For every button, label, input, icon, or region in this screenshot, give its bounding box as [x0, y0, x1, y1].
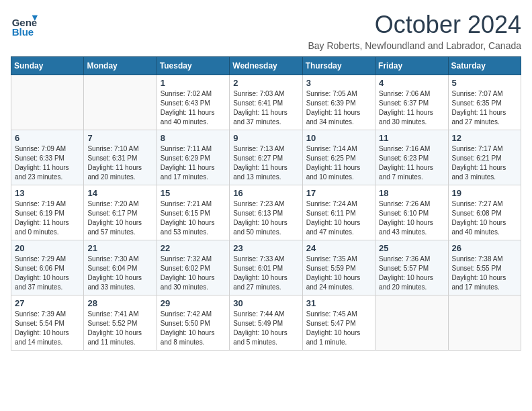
day-info: Sunrise: 7:06 AM Sunset: 6:37 PM Dayligh… — [379, 89, 444, 127]
column-header-sunday: Sunday — [11, 57, 84, 75]
calendar-cell: 22Sunrise: 7:32 AM Sunset: 6:02 PM Dayli… — [157, 240, 229, 295]
calendar-cell: 9Sunrise: 7:13 AM Sunset: 6:27 PM Daylig… — [230, 130, 302, 185]
calendar-cell — [375, 295, 448, 351]
calendar-cell: 23Sunrise: 7:33 AM Sunset: 6:01 PM Dayli… — [230, 240, 302, 295]
day-number: 26 — [452, 243, 517, 253]
day-info: Sunrise: 7:35 AM Sunset: 5:59 PM Dayligh… — [306, 255, 371, 292]
svg-text:Blue: Blue — [12, 26, 34, 38]
day-number: 4 — [379, 78, 444, 88]
day-number: 22 — [161, 243, 226, 253]
day-number: 1 — [161, 78, 226, 88]
calendar-cell: 19Sunrise: 7:27 AM Sunset: 6:08 PM Dayli… — [448, 185, 521, 240]
column-header-thursday: Thursday — [302, 57, 375, 75]
calendar-week-row: 13Sunrise: 7:19 AM Sunset: 6:19 PM Dayli… — [11, 185, 521, 240]
calendar-cell: 12Sunrise: 7:17 AM Sunset: 6:21 PM Dayli… — [448, 130, 521, 185]
day-number: 3 — [306, 78, 371, 88]
calendar-cell: 17Sunrise: 7:24 AM Sunset: 6:11 PM Dayli… — [302, 185, 375, 240]
calendar-cell: 4Sunrise: 7:06 AM Sunset: 6:37 PM Daylig… — [375, 75, 448, 130]
calendar-week-row: 1Sunrise: 7:02 AM Sunset: 6:43 PM Daylig… — [11, 75, 521, 130]
calendar-cell: 26Sunrise: 7:38 AM Sunset: 5:55 PM Dayli… — [448, 240, 521, 295]
day-number: 20 — [15, 243, 80, 253]
day-info: Sunrise: 7:09 AM Sunset: 6:33 PM Dayligh… — [15, 144, 80, 182]
day-info: Sunrise: 7:20 AM Sunset: 6:17 PM Dayligh… — [87, 199, 152, 237]
calendar-cell: 2Sunrise: 7:03 AM Sunset: 6:41 PM Daylig… — [230, 75, 302, 130]
day-number: 25 — [379, 243, 444, 253]
page-header: General Blue October 2024 Bay Roberts, N… — [11, 11, 521, 51]
day-number: 31 — [306, 298, 371, 308]
day-info: Sunrise: 7:38 AM Sunset: 5:55 PM Dayligh… — [452, 255, 517, 292]
location-subtitle: Bay Roberts, Newfoundland and Labrador, … — [308, 40, 521, 51]
day-info: Sunrise: 7:33 AM Sunset: 6:01 PM Dayligh… — [233, 255, 298, 292]
calendar-cell: 25Sunrise: 7:36 AM Sunset: 5:57 PM Dayli… — [375, 240, 448, 295]
calendar-cell — [448, 295, 521, 351]
day-number: 21 — [87, 243, 152, 253]
day-info: Sunrise: 7:16 AM Sunset: 6:23 PM Dayligh… — [379, 144, 444, 182]
calendar-cell: 6Sunrise: 7:09 AM Sunset: 6:33 PM Daylig… — [11, 130, 84, 185]
day-info: Sunrise: 7:14 AM Sunset: 6:25 PM Dayligh… — [306, 144, 371, 182]
day-info: Sunrise: 7:19 AM Sunset: 6:19 PM Dayligh… — [15, 199, 80, 237]
day-number: 12 — [452, 133, 517, 143]
calendar-cell: 7Sunrise: 7:10 AM Sunset: 6:31 PM Daylig… — [84, 130, 157, 185]
day-number: 5 — [452, 78, 517, 88]
calendar-week-row: 27Sunrise: 7:39 AM Sunset: 5:54 PM Dayli… — [11, 295, 521, 351]
day-info: Sunrise: 7:10 AM Sunset: 6:31 PM Dayligh… — [87, 144, 152, 182]
day-number: 9 — [233, 133, 298, 143]
day-info: Sunrise: 7:44 AM Sunset: 5:49 PM Dayligh… — [233, 310, 298, 347]
calendar-cell: 30Sunrise: 7:44 AM Sunset: 5:49 PM Dayli… — [230, 295, 302, 351]
calendar-cell: 3Sunrise: 7:05 AM Sunset: 6:39 PM Daylig… — [302, 75, 375, 130]
day-number: 23 — [233, 243, 298, 253]
day-number: 30 — [233, 298, 298, 308]
day-info: Sunrise: 7:42 AM Sunset: 5:50 PM Dayligh… — [161, 310, 226, 347]
day-number: 29 — [161, 298, 226, 308]
calendar-cell: 14Sunrise: 7:20 AM Sunset: 6:17 PM Dayli… — [84, 185, 157, 240]
title-section: October 2024 Bay Roberts, Newfoundland a… — [308, 11, 521, 51]
day-number: 14 — [87, 188, 152, 198]
column-header-monday: Monday — [84, 57, 157, 75]
day-number: 10 — [306, 133, 371, 143]
day-info: Sunrise: 7:39 AM Sunset: 5:54 PM Dayligh… — [15, 310, 80, 347]
calendar-cell: 1Sunrise: 7:02 AM Sunset: 6:43 PM Daylig… — [157, 75, 229, 130]
calendar-cell: 18Sunrise: 7:26 AM Sunset: 6:10 PM Dayli… — [375, 185, 448, 240]
calendar-cell: 13Sunrise: 7:19 AM Sunset: 6:19 PM Dayli… — [11, 185, 84, 240]
calendar-week-row: 6Sunrise: 7:09 AM Sunset: 6:33 PM Daylig… — [11, 130, 521, 185]
day-info: Sunrise: 7:11 AM Sunset: 6:29 PM Dayligh… — [161, 144, 226, 182]
day-info: Sunrise: 7:41 AM Sunset: 5:52 PM Dayligh… — [87, 310, 152, 347]
day-number: 18 — [379, 188, 444, 198]
day-number: 8 — [161, 133, 226, 143]
logo: General Blue — [11, 11, 40, 38]
calendar-cell: 31Sunrise: 7:45 AM Sunset: 5:47 PM Dayli… — [302, 295, 375, 351]
day-info: Sunrise: 7:32 AM Sunset: 6:02 PM Dayligh… — [161, 255, 226, 292]
day-info: Sunrise: 7:26 AM Sunset: 6:10 PM Dayligh… — [379, 199, 444, 237]
day-info: Sunrise: 7:02 AM Sunset: 6:43 PM Dayligh… — [161, 89, 226, 127]
calendar-cell: 28Sunrise: 7:41 AM Sunset: 5:52 PM Dayli… — [84, 295, 157, 351]
calendar-cell: 10Sunrise: 7:14 AM Sunset: 6:25 PM Dayli… — [302, 130, 375, 185]
day-info: Sunrise: 7:24 AM Sunset: 6:11 PM Dayligh… — [306, 199, 371, 237]
day-info: Sunrise: 7:17 AM Sunset: 6:21 PM Dayligh… — [452, 144, 517, 182]
day-number: 16 — [233, 188, 298, 198]
day-info: Sunrise: 7:21 AM Sunset: 6:15 PM Dayligh… — [161, 199, 226, 237]
day-info: Sunrise: 7:30 AM Sunset: 6:04 PM Dayligh… — [87, 255, 152, 292]
day-info: Sunrise: 7:27 AM Sunset: 6:08 PM Dayligh… — [452, 199, 517, 237]
calendar-cell: 20Sunrise: 7:29 AM Sunset: 6:06 PM Dayli… — [11, 240, 84, 295]
calendar-week-row: 20Sunrise: 7:29 AM Sunset: 6:06 PM Dayli… — [11, 240, 521, 295]
day-number: 28 — [87, 298, 152, 308]
calendar-cell: 21Sunrise: 7:30 AM Sunset: 6:04 PM Dayli… — [84, 240, 157, 295]
calendar-cell: 11Sunrise: 7:16 AM Sunset: 6:23 PM Dayli… — [375, 130, 448, 185]
calendar-cell: 29Sunrise: 7:42 AM Sunset: 5:50 PM Dayli… — [157, 295, 229, 351]
day-info: Sunrise: 7:07 AM Sunset: 6:35 PM Dayligh… — [452, 89, 517, 127]
calendar-table: SundayMondayTuesdayWednesdayThursdayFrid… — [11, 56, 521, 351]
day-info: Sunrise: 7:03 AM Sunset: 6:41 PM Dayligh… — [233, 89, 298, 127]
calendar-cell: 8Sunrise: 7:11 AM Sunset: 6:29 PM Daylig… — [157, 130, 229, 185]
calendar-cell — [11, 75, 84, 130]
calendar-cell: 16Sunrise: 7:23 AM Sunset: 6:13 PM Dayli… — [230, 185, 302, 240]
calendar-cell — [84, 75, 157, 130]
column-header-tuesday: Tuesday — [157, 57, 229, 75]
column-header-wednesday: Wednesday — [230, 57, 302, 75]
day-info: Sunrise: 7:05 AM Sunset: 6:39 PM Dayligh… — [306, 89, 371, 127]
column-header-friday: Friday — [375, 57, 448, 75]
day-number: 7 — [87, 133, 152, 143]
day-number: 2 — [233, 78, 298, 88]
calendar-header-row: SundayMondayTuesdayWednesdayThursdayFrid… — [11, 57, 521, 75]
column-header-saturday: Saturday — [448, 57, 521, 75]
day-number: 13 — [15, 188, 80, 198]
